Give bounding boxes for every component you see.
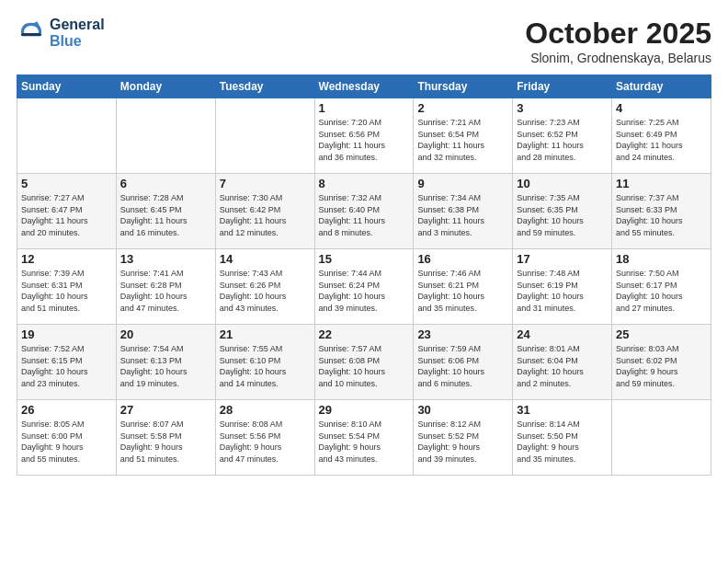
day-cell: 9Sunrise: 7:34 AM Sunset: 6:38 PM Daylig… [414,174,513,249]
day-number: 20 [120,327,211,341]
day-info: Sunrise: 7:41 AM Sunset: 6:28 PM Dayligh… [120,268,211,314]
day-info: Sunrise: 7:30 AM Sunset: 6:42 PM Dayligh… [220,192,311,238]
day-number: 16 [417,252,508,266]
day-number: 10 [517,177,608,190]
day-number: 17 [517,252,608,266]
day-number: 2 [417,101,508,115]
day-info: Sunrise: 7:43 AM Sunset: 6:26 PM Dayligh… [220,268,311,314]
day-number: 3 [517,101,608,115]
day-cell [215,98,314,174]
day-cell: 26Sunrise: 8:05 AM Sunset: 6:00 PM Dayli… [17,400,117,476]
day-cell: 22Sunrise: 7:57 AM Sunset: 6:08 PM Dayli… [314,325,414,400]
calendar-table: SundayMondayTuesdayWednesdayThursdayFrid… [17,75,711,476]
day-number: 28 [220,403,311,417]
day-cell: 12Sunrise: 7:39 AM Sunset: 6:31 PM Dayli… [17,249,117,325]
day-cell: 6Sunrise: 7:28 AM Sunset: 6:45 PM Daylig… [116,174,215,249]
day-cell: 1Sunrise: 7:20 AM Sunset: 6:56 PM Daylig… [314,98,414,174]
day-number: 29 [319,403,410,417]
day-cell [17,98,117,174]
day-info: Sunrise: 7:37 AM Sunset: 6:33 PM Dayligh… [616,192,707,238]
day-info: Sunrise: 7:20 AM Sunset: 6:56 PM Dayligh… [319,117,410,163]
day-number: 25 [616,327,707,341]
day-cell: 10Sunrise: 7:35 AM Sunset: 6:35 PM Dayli… [513,174,612,249]
logo-icon [17,18,46,48]
day-info: Sunrise: 7:50 AM Sunset: 6:17 PM Dayligh… [616,268,707,314]
header-cell-friday: Friday [513,75,612,98]
header-cell-sunday: Sunday [17,75,117,98]
day-number: 15 [319,252,410,266]
logo-text: General Blue [50,17,105,50]
day-info: Sunrise: 7:39 AM Sunset: 6:31 PM Dayligh… [21,268,112,314]
day-cell: 15Sunrise: 7:44 AM Sunset: 6:24 PM Dayli… [314,249,414,325]
day-number: 1 [319,101,410,115]
header-cell-thursday: Thursday [414,75,513,98]
day-cell: 19Sunrise: 7:52 AM Sunset: 6:15 PM Dayli… [17,325,117,400]
day-info: Sunrise: 7:59 AM Sunset: 6:06 PM Dayligh… [417,343,508,389]
day-number: 5 [21,177,112,190]
day-cell: 29Sunrise: 8:10 AM Sunset: 5:54 PM Dayli… [314,400,414,476]
month-title: October 2025 [525,17,711,51]
svg-rect-0 [21,33,41,36]
day-number: 19 [21,327,112,341]
day-cell: 8Sunrise: 7:32 AM Sunset: 6:40 PM Daylig… [314,174,414,249]
day-cell: 17Sunrise: 7:48 AM Sunset: 6:19 PM Dayli… [513,249,612,325]
header: General Blue October 2025 Slonim, Grodne… [17,17,711,65]
day-cell: 2Sunrise: 7:21 AM Sunset: 6:54 PM Daylig… [414,98,513,174]
day-number: 23 [417,327,508,341]
day-info: Sunrise: 7:34 AM Sunset: 6:38 PM Dayligh… [417,192,508,238]
week-row-4: 19Sunrise: 7:52 AM Sunset: 6:15 PM Dayli… [17,325,711,400]
day-number: 26 [21,403,112,417]
day-info: Sunrise: 7:23 AM Sunset: 6:52 PM Dayligh… [517,117,608,163]
day-info: Sunrise: 7:25 AM Sunset: 6:49 PM Dayligh… [616,117,707,163]
day-number: 22 [319,327,410,341]
day-number: 24 [517,327,608,341]
day-cell: 31Sunrise: 8:14 AM Sunset: 5:50 PM Dayli… [513,400,612,476]
day-info: Sunrise: 8:08 AM Sunset: 5:56 PM Dayligh… [220,419,311,465]
day-info: Sunrise: 7:57 AM Sunset: 6:08 PM Dayligh… [319,343,410,389]
location: Slonim, Grodnenskaya, Belarus [525,51,711,65]
day-info: Sunrise: 8:07 AM Sunset: 5:58 PM Dayligh… [120,419,211,465]
day-info: Sunrise: 8:03 AM Sunset: 6:02 PM Dayligh… [616,343,707,389]
logo: General Blue [17,17,105,50]
day-info: Sunrise: 7:52 AM Sunset: 6:15 PM Dayligh… [21,343,112,389]
day-number: 4 [616,101,707,115]
week-row-3: 12Sunrise: 7:39 AM Sunset: 6:31 PM Dayli… [17,249,711,325]
page: General Blue October 2025 Slonim, Grodne… [0,0,728,485]
header-cell-monday: Monday [116,75,215,98]
day-cell: 11Sunrise: 7:37 AM Sunset: 6:33 PM Dayli… [612,174,711,249]
day-cell: 5Sunrise: 7:27 AM Sunset: 6:47 PM Daylig… [17,174,117,249]
day-info: Sunrise: 8:14 AM Sunset: 5:50 PM Dayligh… [517,419,608,465]
day-info: Sunrise: 7:35 AM Sunset: 6:35 PM Dayligh… [517,192,608,238]
day-info: Sunrise: 8:05 AM Sunset: 6:00 PM Dayligh… [21,419,112,465]
day-info: Sunrise: 7:44 AM Sunset: 6:24 PM Dayligh… [319,268,410,314]
day-cell: 3Sunrise: 7:23 AM Sunset: 6:52 PM Daylig… [513,98,612,174]
day-cell: 24Sunrise: 8:01 AM Sunset: 6:04 PM Dayli… [513,325,612,400]
day-cell: 16Sunrise: 7:46 AM Sunset: 6:21 PM Dayli… [414,249,513,325]
day-info: Sunrise: 8:10 AM Sunset: 5:54 PM Dayligh… [319,419,410,465]
day-number: 9 [417,177,508,190]
day-info: Sunrise: 7:28 AM Sunset: 6:45 PM Dayligh… [120,192,211,238]
day-number: 14 [220,252,311,266]
day-cell: 30Sunrise: 8:12 AM Sunset: 5:52 PM Dayli… [414,400,513,476]
day-number: 11 [616,177,707,190]
day-info: Sunrise: 7:46 AM Sunset: 6:21 PM Dayligh… [417,268,508,314]
day-cell: 21Sunrise: 7:55 AM Sunset: 6:10 PM Dayli… [215,325,314,400]
title-block: October 2025 Slonim, Grodnenskaya, Belar… [525,17,711,65]
day-number: 13 [120,252,211,266]
header-row: SundayMondayTuesdayWednesdayThursdayFrid… [17,75,711,98]
day-cell [116,98,215,174]
day-info: Sunrise: 7:48 AM Sunset: 6:19 PM Dayligh… [517,268,608,314]
week-row-5: 26Sunrise: 8:05 AM Sunset: 6:00 PM Dayli… [17,400,711,476]
day-cell: 27Sunrise: 8:07 AM Sunset: 5:58 PM Dayli… [116,400,215,476]
week-row-2: 5Sunrise: 7:27 AM Sunset: 6:47 PM Daylig… [17,174,711,249]
day-cell: 14Sunrise: 7:43 AM Sunset: 6:26 PM Dayli… [215,249,314,325]
day-number: 18 [616,252,707,266]
day-cell: 28Sunrise: 8:08 AM Sunset: 5:56 PM Dayli… [215,400,314,476]
day-cell: 7Sunrise: 7:30 AM Sunset: 6:42 PM Daylig… [215,174,314,249]
day-info: Sunrise: 8:12 AM Sunset: 5:52 PM Dayligh… [417,419,508,465]
day-cell: 4Sunrise: 7:25 AM Sunset: 6:49 PM Daylig… [612,98,711,174]
day-number: 27 [120,403,211,417]
day-number: 7 [220,177,311,190]
day-cell: 18Sunrise: 7:50 AM Sunset: 6:17 PM Dayli… [612,249,711,325]
day-info: Sunrise: 7:27 AM Sunset: 6:47 PM Dayligh… [21,192,112,238]
